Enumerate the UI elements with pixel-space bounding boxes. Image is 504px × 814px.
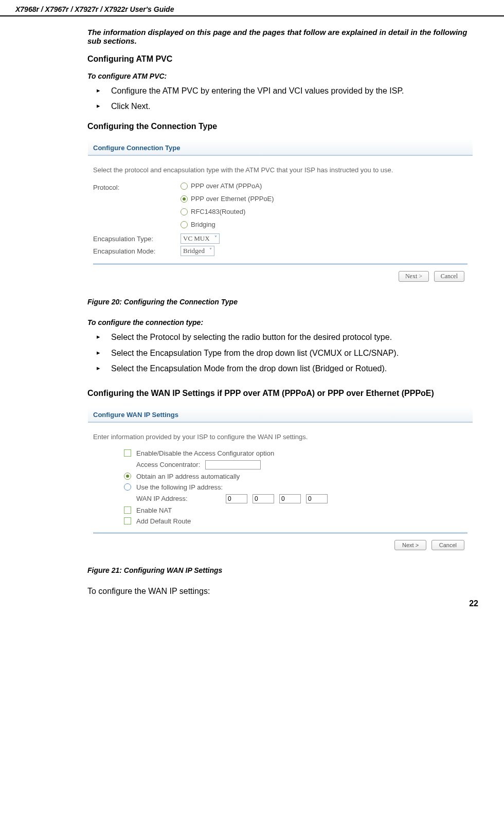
- radio-pppoe[interactable]: [181, 195, 188, 203]
- wan-ip-1[interactable]: [226, 494, 247, 503]
- conn-list: Select the Protocol by selecting the rad…: [87, 332, 473, 374]
- radio-use-following[interactable]: [124, 483, 131, 491]
- figure-20-caption: Figure 20: Configuring the Connection Ty…: [87, 298, 473, 306]
- list-item: Select the Encapsulation Mode from the d…: [97, 363, 473, 374]
- input-access-concentrator[interactable]: [205, 460, 261, 469]
- content-area: The information displayed on this page a…: [0, 28, 504, 596]
- label-wan-ip: WAN IP Address:: [136, 495, 221, 502]
- chk-label: Enable/Disable the Access Configurator o…: [136, 449, 274, 457]
- divider: [93, 532, 467, 534]
- subheading-atm: To configure ATM PVC:: [87, 72, 473, 80]
- label-encap-type: Encapsulation Type:: [93, 235, 181, 243]
- list-item: Configure the ATM PVC by entering the VP…: [97, 85, 473, 97]
- figure-21-caption: Figure 21: Configuring WAN IP Settings: [87, 566, 473, 574]
- wan-ip-3[interactable]: [279, 494, 301, 503]
- shot-desc: Enter information provided by your ISP t…: [93, 432, 467, 442]
- radio-label: PPP over Ethernet (PPPoE): [191, 195, 274, 203]
- radio-label: Bridging: [191, 221, 215, 228]
- next-button[interactable]: Next >: [394, 540, 426, 550]
- shot-title: Configure WAN IP Settings: [88, 407, 473, 423]
- cancel-button[interactable]: Cancel: [431, 540, 464, 550]
- header-title: X7968r / X7967r / X7927r / X7922r User's…: [15, 5, 174, 13]
- radio-label: PPP over ATM (PPPoA): [191, 182, 262, 190]
- next-button[interactable]: Next >: [399, 271, 429, 282]
- screenshot-conn-type: Configure Connection Type Select the pro…: [87, 139, 473, 291]
- chk-label: Enable NAT: [136, 507, 172, 514]
- list-item: Select the Encapsulation Type from the d…: [97, 348, 473, 359]
- list-item: Click Next.: [97, 101, 473, 112]
- label-access-concentrator: Access Concentrator:: [136, 461, 200, 468]
- screenshot-wan-ip: Configure WAN IP Settings Enter informat…: [87, 406, 473, 559]
- checkbox-default-route[interactable]: [124, 517, 131, 524]
- shot-title: Configure Connection Type: [88, 140, 473, 156]
- shot-desc: Select the protocol and encapsulation ty…: [93, 165, 467, 175]
- radio-label: Obtain an IP address automatically: [136, 473, 240, 480]
- list-item: Select the Protocol by selecting the rad…: [97, 332, 473, 343]
- cancel-button[interactable]: Cancel: [434, 271, 464, 282]
- intro-paragraph: The information displayed on this page a…: [87, 28, 473, 45]
- page-number: 22: [0, 596, 504, 619]
- wan-ip-2[interactable]: [253, 494, 274, 503]
- atm-list: Configure the ATM PVC by entering the VP…: [87, 85, 473, 113]
- wan-ip-4[interactable]: [306, 494, 328, 503]
- heading-wan: Configuring the WAN IP Settings if PPP o…: [87, 389, 473, 398]
- select-encap-mode[interactable]: Bridged: [181, 246, 214, 256]
- closing-text: To configure the WAN IP settings:: [87, 587, 473, 596]
- select-encap-type[interactable]: VC MUX: [181, 233, 220, 244]
- radio-bridging[interactable]: [181, 221, 188, 228]
- radio-rfc1483[interactable]: [181, 208, 188, 215]
- heading-conn-type: Configuring the Connection Type: [87, 122, 473, 131]
- radio-label: Use the following IP address:: [136, 483, 223, 491]
- radio-obtain-auto[interactable]: [124, 473, 131, 480]
- subheading-conn: To configure the connection type:: [87, 318, 473, 327]
- chk-label: Add Default Route: [136, 517, 191, 525]
- label-encap-mode: Encapsulation Mode:: [93, 247, 181, 255]
- divider: [93, 263, 467, 265]
- page-header: X7968r / X7967r / X7927r / X7922r User's…: [0, 0, 504, 16]
- checkbox-enable-nat[interactable]: [124, 507, 131, 514]
- radio-pppoa[interactable]: [181, 183, 188, 190]
- label-protocol: Protocol:: [93, 184, 181, 191]
- heading-atm: Configuring ATM PVC: [87, 55, 473, 64]
- radio-label: RFC1483(Routed): [191, 208, 245, 215]
- checkbox-access-configurator[interactable]: [124, 449, 131, 457]
